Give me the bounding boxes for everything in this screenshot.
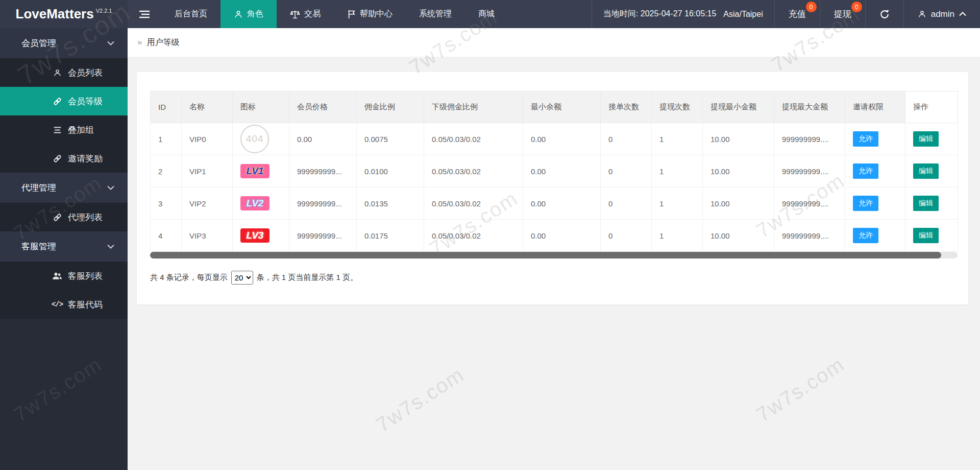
group-label: 代理管理: [21, 182, 56, 194]
sidebar-item-member-list[interactable]: 会员列表: [0, 58, 128, 87]
users-icon: [52, 272, 62, 280]
sidebar-group-member-management[interactable]: 会员管理: [0, 28, 128, 58]
scrollbar-thumb[interactable]: [150, 252, 941, 258]
level-badge: LV3: [240, 228, 270, 243]
cell-withdraw_min: 10.00: [703, 155, 774, 187]
column-header: 提现次数: [652, 91, 703, 123]
cell-orders: 0: [601, 220, 652, 252]
item-label: 客服列表: [68, 270, 103, 282]
column-header: 下级佣金比例: [424, 91, 523, 123]
edit-button[interactable]: 编辑: [913, 163, 939, 179]
column-header: 会员价格: [289, 91, 357, 123]
table-row: 3VIP2LV2999999999...0.01350.05/0.03/0.02…: [151, 187, 958, 220]
chevron-down-icon: [107, 41, 114, 45]
nav-label: 后台首页: [175, 9, 207, 19]
page-title: 用户等级: [146, 37, 179, 48]
sidebar-item-service-code[interactable]: </> 客服代码: [0, 290, 128, 319]
table-row: 1VIP04040.000.00750.05/0.03/0.020.000110…: [151, 123, 958, 155]
item-label: 会员等级: [68, 96, 103, 107]
invite-permission-button[interactable]: 允许: [853, 196, 878, 211]
cell-orders: 0: [601, 187, 652, 220]
column-header: 邀请权限: [845, 91, 905, 123]
nav-item-home[interactable]: 后台首页: [161, 0, 220, 28]
withdraw-badge: 0: [851, 2, 862, 12]
table-body: 1VIP04040.000.00750.05/0.03/0.020.000110…: [151, 123, 958, 252]
breadcrumb-separator-icon: »: [137, 37, 142, 48]
page-size-select[interactable]: 20: [231, 271, 253, 285]
admin-menu[interactable]: admin: [903, 0, 980, 28]
column-header: 接单次数: [601, 91, 652, 123]
cell-invite: 允许: [845, 123, 905, 155]
link-icon: [52, 154, 62, 163]
cell-icon: LV2: [233, 187, 289, 220]
timezone-text: Asia/Taipei: [723, 10, 763, 19]
breadcrumb: » 用户等级: [128, 28, 980, 57]
main-content: » 用户等级 ID名称图标会员价格佣金比例下级佣金比例最小余额接单次数提现次数提…: [128, 28, 980, 470]
cell-icon: LV1: [233, 155, 289, 187]
cell-min_balance: 0.00: [523, 155, 601, 187]
nav-item-trade[interactable]: 交易: [277, 0, 334, 28]
sidebar-item-stack-group[interactable]: 叠加组: [0, 115, 128, 144]
nav-item-mall[interactable]: 商城: [465, 0, 508, 28]
item-label: 代理列表: [68, 212, 103, 223]
item-label: 会员列表: [68, 67, 103, 79]
horizontal-scrollbar[interactable]: [150, 252, 958, 258]
menu-toggle-icon[interactable]: [128, 0, 161, 28]
sidebar-group-service-management[interactable]: 客服管理: [0, 231, 128, 262]
withdraw-button[interactable]: 提现 0: [820, 0, 865, 28]
recharge-badge: 0: [806, 2, 817, 12]
cell-withdraw_times: 1: [652, 155, 703, 187]
cell-name: VIP3: [182, 220, 233, 252]
cell-id: 3: [151, 187, 182, 220]
sidebar-group-agent-management[interactable]: 代理管理: [0, 173, 128, 203]
nav-item-help[interactable]: 帮助中心: [334, 0, 406, 28]
time-text: 当地时间: 2025-04-27 16:05:15: [603, 9, 716, 19]
cell-min_balance: 0.00: [523, 187, 601, 220]
cell-commission: 0.0175: [357, 220, 424, 252]
cell-withdraw_max: 999999999....: [774, 155, 845, 187]
cell-commission: 0.0135: [357, 187, 424, 220]
cell-id: 1: [151, 123, 182, 155]
table-row: 4VIP3LV3999999999...0.01750.05/0.03/0.02…: [151, 220, 958, 252]
table-header-row: ID名称图标会员价格佣金比例下级佣金比例最小余额接单次数提现次数提现最小金额提现…: [151, 91, 958, 123]
table-row: 2VIP1LV1999999999...0.01000.05/0.03/0.02…: [151, 155, 958, 187]
local-time: 当地时间: 2025-04-27 16:05:15 Asia/Taipei: [592, 0, 774, 28]
cell-sub_commission: 0.05/0.03/0.02: [424, 123, 523, 155]
column-header: 图标: [233, 91, 289, 123]
cell-name: VIP1: [182, 155, 233, 187]
invite-permission-button[interactable]: 允许: [853, 228, 878, 243]
item-label: 客服代码: [68, 299, 103, 311]
sidebar-item-invite-reward[interactable]: 邀请奖励: [0, 144, 128, 173]
sidebar-item-service-list[interactable]: 客服列表: [0, 262, 128, 290]
sidebar-item-agent-list[interactable]: 代理列表: [0, 203, 128, 231]
nav-item-role[interactable]: 角色: [220, 0, 277, 28]
cell-action: 编辑: [905, 123, 958, 155]
level-badge: LV2: [240, 196, 270, 210]
nav-label: 帮助中心: [360, 9, 393, 19]
edit-button[interactable]: 编辑: [913, 228, 939, 243]
invite-permission-button[interactable]: 允许: [853, 131, 878, 147]
cell-withdraw_times: 1: [652, 187, 703, 220]
invite-permission-button[interactable]: 允许: [853, 163, 878, 179]
user-icon: [52, 68, 62, 77]
cell-action: 编辑: [905, 220, 958, 252]
refresh-button[interactable]: [865, 0, 903, 28]
app-title: LoveMatters: [16, 6, 94, 22]
cell-icon: LV3: [233, 220, 289, 252]
column-header: ID: [151, 91, 182, 123]
cell-icon: 404: [233, 123, 289, 155]
top-navbar: LoveMattersV2.2.1 后台首页 角色 交易 帮助中心 系统管理 商…: [0, 0, 980, 28]
group-label: 客服管理: [21, 241, 56, 252]
cell-invite: 允许: [845, 220, 905, 252]
cell-withdraw_min: 10.00: [703, 187, 774, 220]
edit-button[interactable]: 编辑: [913, 131, 939, 147]
edit-button[interactable]: 编辑: [913, 196, 939, 211]
recharge-button[interactable]: 充值 0: [774, 0, 820, 28]
nav-item-system[interactable]: 系统管理: [406, 0, 465, 28]
person-icon: [918, 10, 926, 18]
app-logo[interactable]: LoveMattersV2.2.1: [0, 0, 128, 28]
sidebar-item-member-level[interactable]: 会员等级: [0, 87, 128, 115]
cell-withdraw_times: 1: [652, 123, 703, 155]
cell-min_balance: 0.00: [523, 123, 601, 155]
column-header: 最小余额: [523, 91, 601, 123]
